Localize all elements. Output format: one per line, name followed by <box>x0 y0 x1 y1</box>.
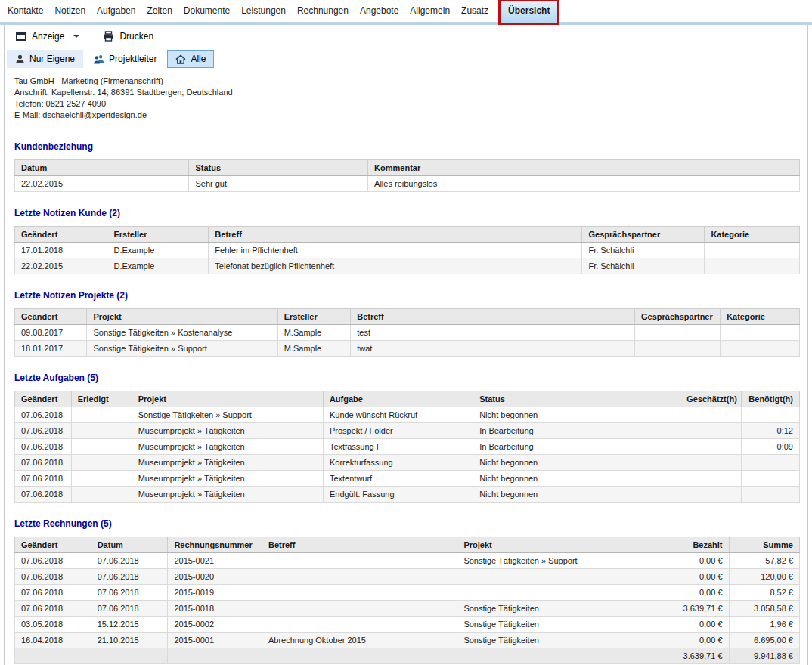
filter-nur-eigene-label: Nur Eigene <box>29 54 75 64</box>
table-cell <box>680 423 742 439</box>
total-cell <box>262 648 457 664</box>
column-header: Betreff <box>209 227 582 243</box>
table-cell: 18.01.2017 <box>15 341 87 357</box>
table-row[interactable]: 03.05.201815.12.20152015-0002Sonstige Tä… <box>15 617 800 633</box>
table-row[interactable]: 18.01.2017Sonstige Tätigkeiten » Support… <box>15 341 800 357</box>
tab-dokumente[interactable]: Dokumente <box>182 0 231 22</box>
table-cell: Nicht begonnen <box>473 487 680 503</box>
tab-zeiten[interactable]: Zeiten <box>145 0 173 22</box>
section-title-aufgaben: Letzte Aufgaben (5) <box>14 373 800 383</box>
table-cell: Sonstige Tätigkeiten <box>457 633 652 648</box>
tab-aufgaben[interactable]: Aufgaben <box>95 0 137 22</box>
table-cell <box>721 325 800 341</box>
table-cell <box>457 585 652 601</box>
drucken-button[interactable]: Drucken <box>96 28 160 45</box>
tab-uebersicht[interactable]: Übersicht <box>501 1 557 23</box>
table-row[interactable]: 17.01.2018D.ExampleFehler im Pflichtenhe… <box>15 243 800 258</box>
table-cell: Museumprojekt » Tätigkeiten <box>132 439 323 455</box>
table-cell: Alles reibungslos <box>368 176 800 192</box>
person-icon <box>15 54 25 64</box>
filter-alle[interactable]: Alle <box>167 50 214 68</box>
table-cell <box>262 601 457 617</box>
total-cell: 3.639,71 € <box>652 648 729 664</box>
table-row[interactable]: 07.06.2018Museumprojekt » TätigkeitenTex… <box>15 439 800 455</box>
table-row[interactable]: 07.06.2018Museumprojekt » TätigkeitenPro… <box>15 423 800 439</box>
table-cell: Nicht begonnen <box>473 455 680 471</box>
table-cell: 0,00 € <box>652 553 729 569</box>
table-cell <box>262 585 457 601</box>
table-cell: 1,96 € <box>729 617 799 633</box>
table-row[interactable]: 07.06.2018Museumprojekt » TätigkeitenTex… <box>15 471 800 487</box>
table-row[interactable]: 22.02.2015Sehr gutAlles reibungslos <box>15 176 800 192</box>
table-row[interactable]: 09.08.2017Sonstige Tätigkeiten » Kostena… <box>15 325 800 341</box>
table-cell <box>71 471 132 487</box>
table-cell: 07.06.2018 <box>15 569 91 585</box>
column-header: Rechnungsnummer <box>168 537 262 553</box>
rechnungen-table: GeändertDatumRechnungsnummerBetreffProje… <box>14 537 800 664</box>
notizen-projekte-table: GeändertProjektErstellerBetreffGesprächs… <box>14 308 800 357</box>
table-row[interactable]: 07.06.201807.06.20182015-0021Sonstige Tä… <box>15 553 800 569</box>
table-row[interactable]: 07.06.2018Museumprojekt » TätigkeitenKor… <box>15 455 800 471</box>
table-cell: 2015-0019 <box>168 585 262 601</box>
tab-rechnungen[interactable]: Rechnungen <box>296 0 350 22</box>
tab-leistungen[interactable]: Leistungen <box>240 0 287 22</box>
column-header: Bezahlt <box>652 537 729 553</box>
tab-kontakte[interactable]: Kontakte <box>6 0 45 22</box>
table-cell: 0,00 € <box>652 569 729 585</box>
tab-notizen[interactable]: Notizen <box>53 0 87 22</box>
table-cell: 15.12.2015 <box>91 617 168 633</box>
table-row[interactable]: 16.04.201821.10.20152015-0001Abrechnung … <box>15 633 800 648</box>
tab-zusatz[interactable]: Zusatz <box>460 0 490 22</box>
filter-projektleiter[interactable]: Projektleiter <box>85 50 165 68</box>
table-cell: Fehler im Pflichtenheft <box>209 243 582 258</box>
table-cell: 0:12 <box>742 423 800 439</box>
filter-projektleiter-label: Projektleiter <box>109 54 157 64</box>
table-cell <box>705 243 800 258</box>
table-cell: Fr. Schälchli <box>582 243 705 258</box>
column-header: Projekt <box>132 391 323 407</box>
table-cell: 22.02.2015 <box>15 176 189 192</box>
filter-nur-eigene[interactable]: Nur Eigene <box>7 50 83 68</box>
company-address: Anschrift: Kapellenstr. 14; 86391 Stadtb… <box>14 87 800 98</box>
table-cell: 2015-0021 <box>168 553 262 569</box>
anzeige-button[interactable]: Anzeige <box>9 28 86 45</box>
header-row: DatumStatusKommentar <box>15 160 800 176</box>
column-header: Geändert <box>15 391 72 407</box>
table-cell: 57,82 € <box>729 553 799 569</box>
table-cell: Museumprojekt » Tätigkeiten <box>132 455 323 471</box>
table-row[interactable]: 22.02.2015D.ExampleTelefonat bezüglich P… <box>15 258 800 274</box>
total-cell <box>91 648 168 664</box>
table-cell <box>262 553 457 569</box>
table-row[interactable]: 07.06.2018Museumprojekt » TätigkeitenEnd… <box>15 487 800 503</box>
table-cell: In Bearbeitung <box>473 439 680 455</box>
table-cell <box>742 455 800 471</box>
table-cell <box>262 617 457 633</box>
table-cell: Nicht begonnen <box>473 407 680 423</box>
table-cell: 07.06.2018 <box>15 407 72 423</box>
table-row[interactable]: 07.06.201807.06.20182015-00190,00 €8,52 … <box>15 585 800 601</box>
home-icon <box>175 54 186 64</box>
table-cell <box>262 569 457 585</box>
column-header: Projekt <box>457 537 652 553</box>
tab-angebote[interactable]: Angebote <box>358 0 400 22</box>
table-cell: Abrechnung Oktober 2015 <box>262 633 457 648</box>
table-cell: 2015-0001 <box>168 633 262 648</box>
column-header: Benötigt(h) <box>742 391 800 407</box>
filter-alle-label: Alle <box>191 54 206 64</box>
table-cell <box>742 487 800 503</box>
table-cell: Sonstige Tätigkeiten » Support <box>87 341 277 357</box>
table-cell: twat <box>351 341 635 357</box>
tab-allgemein[interactable]: Allgemein <box>408 0 451 22</box>
column-header: Erledigt <box>71 391 132 407</box>
column-header: Projekt <box>87 309 277 325</box>
table-cell <box>71 407 132 423</box>
table-cell: 07.06.2018 <box>91 553 168 569</box>
table-cell: Prospekt / Folder <box>323 423 473 439</box>
table-row[interactable]: 07.06.201807.06.20182015-0018Sonstige Tä… <box>15 601 800 617</box>
table-row[interactable]: 07.06.201807.06.20182015-00200,00 €120,0… <box>15 569 800 585</box>
table-cell <box>71 423 132 439</box>
table-cell: Sonstige Tätigkeiten <box>457 617 652 633</box>
table-cell: 07.06.2018 <box>15 487 72 503</box>
table-row[interactable]: 07.06.2018Sonstige Tätigkeiten » Support… <box>15 407 800 423</box>
header-row: GeändertErstellerBetreffGesprächspartner… <box>15 227 800 243</box>
